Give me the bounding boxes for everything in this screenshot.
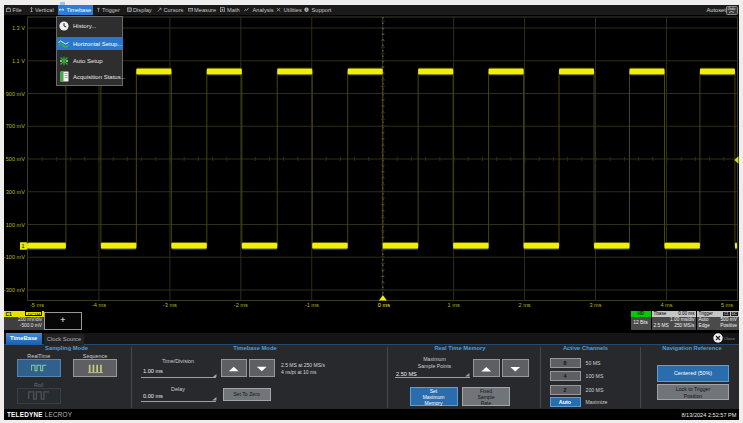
- svg-text:500 mV: 500 mV: [6, 156, 26, 162]
- svg-text:5 ms: 5 ms: [721, 302, 733, 308]
- svg-text:0 ms: 0 ms: [378, 302, 390, 308]
- svg-text:2 ms: 2 ms: [519, 302, 531, 308]
- svg-text:1.3 V: 1.3 V: [12, 25, 25, 31]
- svg-text:1 ms: 1 ms: [448, 302, 460, 308]
- svg-text:-100 mV: -100 mV: [4, 254, 25, 260]
- svg-text:100 mV: 100 mV: [6, 222, 26, 228]
- svg-text:4 ms: 4 ms: [660, 302, 672, 308]
- svg-text:1.1 V: 1.1 V: [12, 58, 25, 64]
- svg-text:-2 ms: -2 ms: [234, 302, 248, 308]
- svg-text:-300 mV: -300 mV: [4, 287, 25, 293]
- svg-text:-3 ms: -3 ms: [163, 302, 177, 308]
- svg-text:900 mV: 900 mV: [6, 91, 26, 97]
- svg-text:-4 ms: -4 ms: [92, 302, 106, 308]
- svg-text:300 mV: 300 mV: [6, 189, 26, 195]
- svg-text:700 mV: 700 mV: [6, 123, 26, 129]
- svg-text:1: 1: [22, 243, 25, 249]
- svg-text:-5 ms: -5 ms: [30, 302, 44, 308]
- svg-text:3 ms: 3 ms: [589, 302, 601, 308]
- svg-text:-1 ms: -1 ms: [305, 302, 319, 308]
